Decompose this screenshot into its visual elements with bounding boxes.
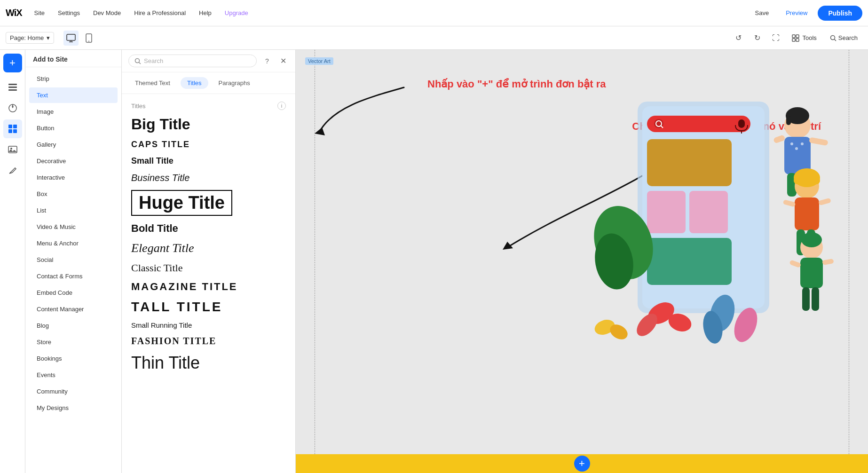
main-area: + Add to Site Strip Text Image Button Ga… [0,50,868,473]
menu-site[interactable]: Site [30,7,49,19]
title-tall[interactable]: TALL TITLE [131,300,286,315]
svg-rect-64 [783,199,796,207]
tab-themed-text[interactable]: Themed Text [128,77,177,89]
panel-item-events[interactable]: Events [29,367,118,383]
fullscreen-button[interactable]: ⛶ [768,31,783,46]
panel-item-image[interactable]: Image [29,104,118,119]
panel-item-embed-code[interactable]: Embed Code [29,285,118,300]
panel-item-menu-anchor[interactable]: Menu & Anchor [29,236,118,251]
info-icon[interactable]: i [277,102,286,110]
svg-point-4 [88,40,89,41]
panel-item-blog[interactable]: Blog [29,318,118,333]
panel-item-my-designs[interactable]: My Designs [29,400,118,416]
title-caps[interactable]: CAPS TITLE [131,140,286,150]
help-icon[interactable]: ? [261,55,273,67]
svg-rect-36 [689,191,728,233]
add-button[interactable]: + [3,54,22,72]
title-magazine[interactable]: MAGAZINE TITLE [131,281,286,293]
menu-help[interactable]: Help [194,7,216,19]
title-thin[interactable]: Thin Title [131,353,286,373]
chevron-down-icon: ▾ [47,34,50,41]
title-big[interactable]: Big Title [131,116,286,133]
svg-rect-13 [8,89,17,91]
add-elements-icon[interactable] [3,119,22,138]
design-icon[interactable] [3,99,22,118]
titles-panel-top: Search ? ✕ [122,50,295,72]
title-classic[interactable]: Classic Title [131,262,286,274]
svg-rect-35 [647,191,686,233]
panel-item-store[interactable]: Store [29,334,118,350]
svg-rect-16 [13,125,17,128]
title-small-running[interactable]: Small Running Title [131,321,286,329]
save-button[interactable]: Save [749,7,776,19]
svg-line-22 [139,62,141,64]
second-bar: Page: Home ▾ ↺ ↻ ⛶ [0,26,868,50]
panel-item-text[interactable]: Text [29,87,118,103]
panel-item-strip[interactable]: Strip [29,71,118,87]
panel-item-community[interactable]: Community [29,384,118,399]
tab-paragraphs[interactable]: Paragraphs [212,77,257,89]
tools-icon [792,34,799,42]
desktop-icon [66,33,76,43]
svg-rect-31 [738,119,745,128]
svg-point-20 [10,148,12,150]
menu-hire[interactable]: Hire a Professional [129,7,190,19]
panel-item-list[interactable]: List [29,203,118,218]
title-fashion[interactable]: FASHION TITLE [131,336,286,347]
svg-marker-24 [503,242,513,250]
preview-button[interactable]: Preview [779,7,814,19]
desktop-button[interactable] [63,31,79,46]
panel-item-interactive[interactable]: Interactive [29,170,118,185]
publish-button[interactable]: Publish [818,6,862,21]
page-label: Page: Home [10,34,44,41]
panel-item-bookings[interactable]: Bookings [29,351,118,366]
panel-item-box[interactable]: Box [29,186,118,202]
svg-marker-23 [315,127,325,135]
svg-rect-71 [789,260,801,268]
search-placeholder: Search [144,57,163,64]
vector-art-label: Vector Art [305,57,333,65]
panel-item-contact-forms[interactable]: Contact & Forms [29,268,118,284]
page-selector[interactable]: Page: Home ▾ [6,32,54,44]
panel-item-video-music[interactable]: Video & Music [29,219,118,235]
search-bar[interactable]: Search [128,55,257,67]
panel-item-decorative[interactable]: Decorative [29,153,118,169]
close-button[interactable]: ✕ [277,55,289,67]
panel-item-social[interactable]: Social [29,252,118,268]
tab-titles[interactable]: Titles [181,77,208,89]
left-icon-bar: + [0,50,25,473]
title-elegant[interactable]: Elegant Title [131,241,286,255]
panel-item-gallery[interactable]: Gallery [29,137,118,152]
svg-rect-0 [67,34,75,40]
svg-rect-65 [818,198,831,205]
tools-button[interactable]: Tools [787,32,821,45]
svg-rect-72 [822,259,834,265]
search-label: Search [838,34,858,41]
title-huge[interactable]: Huge Title [131,190,232,216]
menu-devmode[interactable]: Dev Mode [88,7,126,19]
canvas[interactable]: Vector Art Nhấp vào "+" để mở trình đơn … [296,50,868,473]
pages-icon[interactable] [3,78,22,97]
undo-button[interactable]: ↺ [731,31,746,46]
redo-button[interactable]: ↻ [750,31,765,46]
draw-icon[interactable] [3,161,22,180]
search-button[interactable]: Search [825,32,862,44]
title-business[interactable]: Business Title [131,173,286,183]
menu-upgrade[interactable]: Upgrade [220,7,253,19]
svg-rect-11 [8,84,17,85]
bottom-bar: + [296,454,868,473]
menu-settings[interactable]: Settings [53,7,85,19]
add-panel-header: Add to Site [25,50,121,67]
add-section-button[interactable]: + [574,456,590,472]
mobile-button[interactable] [81,31,96,46]
search-icon-secondbar [830,35,836,41]
svg-point-69 [801,232,822,247]
add-panel: Add to Site Strip Text Image Button Gall… [25,50,122,473]
svg-rect-56 [809,137,828,146]
title-bold[interactable]: Bold Title [131,222,286,235]
title-small[interactable]: Small Title [131,156,286,166]
panel-item-content-manager[interactable]: Content Manager [29,301,118,317]
media-icon[interactable] [3,140,22,159]
panel-item-button[interactable]: Button [29,120,118,136]
svg-rect-17 [8,129,12,133]
